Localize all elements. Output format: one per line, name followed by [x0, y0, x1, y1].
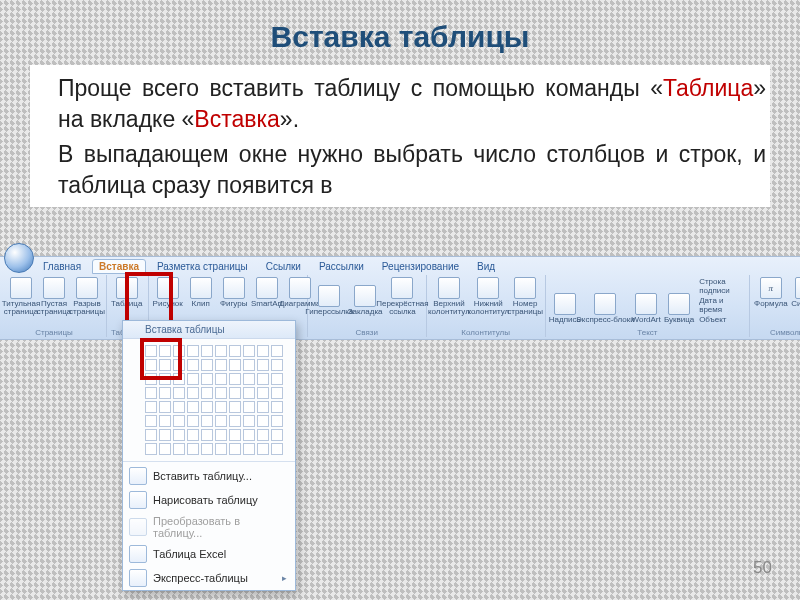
grid-cell[interactable]: [257, 387, 269, 399]
btn-equation[interactable]: πФормула: [754, 277, 788, 308]
grid-cell[interactable]: [173, 373, 185, 385]
btn-picture[interactable]: Рисунок: [153, 277, 183, 308]
btn-datetime[interactable]: Дата и время: [699, 296, 745, 314]
grid-cell[interactable]: [159, 415, 171, 427]
grid-cell[interactable]: [159, 373, 171, 385]
grid-cell[interactable]: [229, 373, 241, 385]
tab-home[interactable]: Главная: [36, 259, 88, 274]
grid-cell[interactable]: [215, 401, 227, 413]
grid-cell[interactable]: [201, 415, 213, 427]
grid-cell[interactable]: [201, 373, 213, 385]
btn-cover-page[interactable]: Титульнаястраница: [6, 277, 36, 316]
grid-cell[interactable]: [173, 401, 185, 413]
grid-cell[interactable]: [257, 429, 269, 441]
grid-cell[interactable]: [229, 429, 241, 441]
btn-signature[interactable]: Строка подписи: [699, 277, 745, 295]
grid-cell[interactable]: [243, 401, 255, 413]
grid-cell[interactable]: [145, 415, 157, 427]
grid-cell[interactable]: [229, 401, 241, 413]
grid-cell[interactable]: [229, 415, 241, 427]
grid-cell[interactable]: [187, 443, 199, 455]
grid-cell[interactable]: [145, 345, 157, 357]
grid-cell[interactable]: [187, 429, 199, 441]
tab-references[interactable]: Ссылки: [259, 259, 308, 274]
grid-cell[interactable]: [243, 415, 255, 427]
btn-header[interactable]: Верхнийколонтитул: [431, 277, 467, 316]
grid-cell[interactable]: [201, 345, 213, 357]
grid-cell[interactable]: [173, 345, 185, 357]
grid-cell[interactable]: [145, 359, 157, 371]
grid-cell[interactable]: [215, 429, 227, 441]
btn-wordart[interactable]: WordArt: [631, 293, 661, 324]
grid-cell[interactable]: [215, 443, 227, 455]
grid-cell[interactable]: [201, 443, 213, 455]
grid-cell[interactable]: [243, 429, 255, 441]
grid-cell[interactable]: [229, 387, 241, 399]
grid-cell[interactable]: [229, 345, 241, 357]
grid-cell[interactable]: [187, 387, 199, 399]
grid-cell[interactable]: [173, 443, 185, 455]
grid-cell[interactable]: [173, 359, 185, 371]
grid-cell[interactable]: [257, 443, 269, 455]
btn-symbol[interactable]: ΩСимвол: [791, 277, 800, 308]
grid-cell[interactable]: [257, 359, 269, 371]
grid-cell[interactable]: [215, 387, 227, 399]
office-button[interactable]: [4, 243, 34, 273]
grid-cell[interactable]: [271, 415, 283, 427]
grid-cell[interactable]: [145, 387, 157, 399]
grid-cell[interactable]: [271, 429, 283, 441]
grid-cell[interactable]: [187, 359, 199, 371]
btn-smartart[interactable]: SmartArt: [252, 277, 282, 308]
grid-cell[interactable]: [173, 387, 185, 399]
grid-cell[interactable]: [271, 373, 283, 385]
grid-cell[interactable]: [187, 415, 199, 427]
grid-cell[interactable]: [215, 359, 227, 371]
grid-cell[interactable]: [215, 415, 227, 427]
grid-cell[interactable]: [271, 443, 283, 455]
grid-cell[interactable]: [243, 345, 255, 357]
btn-clipart[interactable]: Клип: [186, 277, 216, 308]
grid-cell[interactable]: [187, 373, 199, 385]
grid-cell[interactable]: [201, 359, 213, 371]
grid-cell[interactable]: [271, 401, 283, 413]
grid-cell[interactable]: [257, 415, 269, 427]
grid-cell[interactable]: [215, 345, 227, 357]
grid-cell[interactable]: [201, 429, 213, 441]
btn-page-break[interactable]: Разрывстраницы: [72, 277, 102, 316]
btn-object[interactable]: Объект: [699, 315, 745, 324]
btn-footer[interactable]: Нижнийколонтитул: [470, 277, 506, 316]
grid-cell[interactable]: [271, 345, 283, 357]
grid-cell[interactable]: [145, 429, 157, 441]
grid-cell[interactable]: [145, 443, 157, 455]
btn-crossref[interactable]: Перекрёстнаяссылка: [383, 277, 422, 316]
grid-cell[interactable]: [243, 387, 255, 399]
tab-mailings[interactable]: Рассылки: [312, 259, 371, 274]
menu-draw-table[interactable]: Нарисовать таблицу: [123, 488, 295, 512]
btn-pagenum[interactable]: Номерстраницы: [510, 277, 541, 316]
grid-cell[interactable]: [229, 359, 241, 371]
btn-shapes[interactable]: Фигуры: [219, 277, 249, 308]
grid-cell[interactable]: [201, 401, 213, 413]
tab-view[interactable]: Вид: [470, 259, 502, 274]
btn-quickparts[interactable]: Экспресс-блоки: [583, 293, 628, 324]
grid-cell[interactable]: [159, 387, 171, 399]
grid-cell[interactable]: [145, 373, 157, 385]
menu-excel-table[interactable]: Таблица Excel: [123, 542, 295, 566]
menu-insert-table[interactable]: Вставить таблицу...: [123, 464, 295, 488]
grid-cell[interactable]: [229, 443, 241, 455]
grid-cell[interactable]: [271, 387, 283, 399]
btn-dropcap[interactable]: Буквица: [664, 293, 694, 324]
grid-cell[interactable]: [159, 401, 171, 413]
grid-cell[interactable]: [257, 345, 269, 357]
table-size-grid[interactable]: [123, 339, 295, 459]
grid-cell[interactable]: [257, 373, 269, 385]
grid-cell[interactable]: [257, 401, 269, 413]
grid-cell[interactable]: [159, 443, 171, 455]
grid-cell[interactable]: [187, 345, 199, 357]
grid-cell[interactable]: [243, 359, 255, 371]
tab-insert[interactable]: Вставка: [92, 259, 146, 274]
grid-cell[interactable]: [159, 359, 171, 371]
grid-cell[interactable]: [215, 373, 227, 385]
grid-cell[interactable]: [173, 429, 185, 441]
grid-cell[interactable]: [201, 387, 213, 399]
